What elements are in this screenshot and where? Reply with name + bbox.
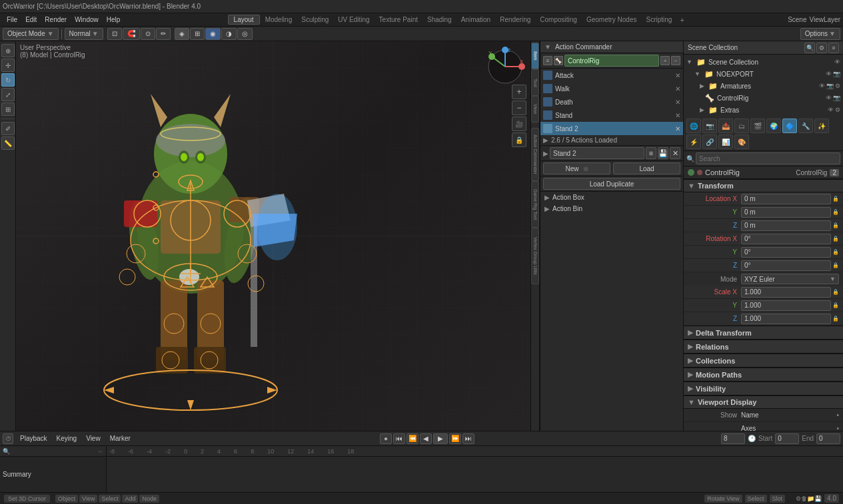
- motion-paths-header[interactable]: ▶ Motion Paths: [684, 368, 843, 381]
- action-remove-walk[interactable]: ✕: [675, 85, 680, 93]
- armatures-render-btn[interactable]: 📷: [826, 83, 834, 89]
- collection-root[interactable]: ▼ 📁 Scene Collection 👁: [684, 56, 843, 68]
- select2-btn[interactable]: Select: [745, 495, 767, 503]
- status-add-btn[interactable]: Add: [122, 495, 138, 503]
- jump-end-btn[interactable]: ⏭: [462, 433, 474, 444]
- collection-armatures[interactable]: ▶ 📁 Armatures 👁 📷 ⚙: [684, 80, 843, 92]
- step-forward-btn[interactable]: ⏩: [449, 433, 461, 444]
- rotation-y-lock-icon[interactable]: 🔒: [832, 249, 839, 255]
- zoom-out-btn[interactable]: −: [512, 101, 526, 115]
- action-remove-death[interactable]: ✕: [675, 99, 680, 106]
- tab-geometry-nodes[interactable]: Geometry Nodes: [582, 15, 641, 24]
- viewport-gizmo[interactable]: X Y Z: [485, 47, 525, 87]
- prop-scene-btn[interactable]: 🌐: [686, 119, 701, 133]
- prop-material-btn[interactable]: 🎨: [734, 134, 749, 149]
- scale-y-lock-icon[interactable]: 🔒: [832, 302, 839, 308]
- rotate-tool[interactable]: ↻: [1, 73, 15, 87]
- action-close-icon[interactable]: ✕: [670, 147, 680, 159]
- rotation-x-lock-icon[interactable]: 🔒: [832, 236, 839, 242]
- proportional-btn[interactable]: ⊙: [141, 28, 155, 40]
- location-x-field[interactable]: 0 m: [741, 194, 831, 204]
- rotation-mode-dropdown[interactable]: XYZ Euler ▼: [741, 274, 839, 284]
- step-back-btn[interactable]: ⏪: [407, 433, 419, 444]
- prop-constraints-btn[interactable]: 🔗: [702, 134, 717, 149]
- controlrig-vis-btn[interactable]: 👁: [826, 95, 832, 101]
- material-btn[interactable]: ◑: [221, 28, 237, 40]
- timeline-menu-view[interactable]: View: [83, 431, 103, 445]
- action-item-walk[interactable]: Walk ✕: [540, 82, 683, 95]
- location-x-lock-icon[interactable]: 🔒: [832, 196, 839, 202]
- properties-search-input[interactable]: [696, 152, 840, 164]
- tab-item[interactable]: Item: [531, 43, 539, 69]
- cursor-tool[interactable]: ⊕: [1, 44, 15, 57]
- prop-render-btn[interactable]: 📷: [702, 119, 717, 133]
- prop-data-btn[interactable]: 📊: [718, 134, 733, 149]
- prop-physics-btn[interactable]: ⚡: [686, 134, 701, 149]
- current-frame-input[interactable]: [721, 433, 745, 444]
- play-reverse-btn[interactable]: ◀: [420, 433, 432, 444]
- relations-header[interactable]: ▶ Relations: [684, 340, 843, 354]
- options-btn[interactable]: Options ▼: [800, 28, 840, 40]
- controlrig-render-btn[interactable]: 📷: [833, 95, 840, 101]
- rendered-btn[interactable]: ◎: [237, 28, 253, 40]
- scale-tool[interactable]: ⤢: [1, 88, 15, 101]
- scale-y-field[interactable]: 1.000: [741, 300, 831, 311]
- noexport-vis-btn[interactable]: 👁: [826, 71, 832, 77]
- start-frame-input[interactable]: [775, 433, 799, 444]
- tab-vertex-group-utils[interactable]: Vertex Group Utils: [531, 228, 539, 284]
- timeline-menu-keying[interactable]: Keying: [54, 431, 80, 445]
- armatures-vis-btn[interactable]: 👁: [819, 83, 825, 89]
- slot-btn[interactable]: Slot: [770, 495, 786, 503]
- prop-world-btn[interactable]: 🌍: [766, 119, 781, 133]
- tab-sculpting[interactable]: Sculpting: [297, 15, 333, 24]
- move-tool[interactable]: ✛: [1, 59, 15, 72]
- menu-render[interactable]: Render: [41, 16, 71, 23]
- measure-tool[interactable]: 📏: [1, 136, 15, 150]
- mode-dropdown[interactable]: Object Mode ▼: [3, 28, 59, 40]
- collection-extras[interactable]: ▶ 📁 Extras 👁 ⚙: [684, 104, 843, 116]
- prop-output-btn[interactable]: 📤: [718, 119, 733, 133]
- tab-shading[interactable]: Shading: [423, 15, 456, 24]
- action-item-attack[interactable]: Attack ✕: [540, 69, 683, 82]
- zoom-in-btn[interactable]: +: [512, 85, 526, 99]
- rotate-view-btn[interactable]: Rotate View: [704, 495, 742, 503]
- tab-compositing[interactable]: Compositing: [536, 15, 581, 24]
- current-action-name-field[interactable]: Stand 2: [550, 147, 644, 159]
- tab-animation[interactable]: Animation: [457, 15, 494, 24]
- viewport-shading-dropdown[interactable]: Normal ▼: [65, 28, 103, 40]
- annotate-btn[interactable]: ✏: [156, 28, 171, 40]
- rig-remove-icon[interactable]: −: [671, 56, 680, 65]
- status-node-btn[interactable]: Node: [139, 495, 159, 503]
- action-remove-attack[interactable]: ✕: [675, 72, 680, 79]
- location-z-lock-icon[interactable]: 🔒: [832, 222, 839, 228]
- timeline-icon-btn[interactable]: ⏱: [3, 433, 13, 444]
- tab-view[interactable]: View: [531, 96, 539, 123]
- prop-particles-btn[interactable]: ✨: [814, 119, 829, 133]
- rotation-x-field[interactable]: 0°: [741, 234, 831, 244]
- noexport-render-btn[interactable]: 📷: [833, 71, 840, 77]
- tab-scripting[interactable]: Scripting: [642, 15, 676, 24]
- scale-x-field[interactable]: 1.000: [741, 287, 831, 298]
- location-z-field[interactable]: 0 m: [741, 220, 831, 231]
- rig-list-icon[interactable]: ≡: [543, 56, 552, 65]
- rig-add-icon[interactable]: +: [660, 56, 670, 65]
- tab-layout[interactable]: Layout: [228, 15, 260, 25]
- solid-btn[interactable]: ◉: [205, 28, 221, 40]
- menu-edit[interactable]: Edit: [21, 16, 41, 23]
- status-object-btn[interactable]: Object: [55, 495, 78, 503]
- rotation-z-lock-icon[interactable]: 🔒: [832, 262, 839, 268]
- tab-tool[interactable]: Tool: [531, 69, 539, 96]
- prop-object-btn[interactable]: 🔷: [782, 119, 797, 133]
- scale-z-lock-icon[interactable]: 🔒: [832, 316, 839, 322]
- timeline-menu-playback[interactable]: Playback: [17, 431, 50, 445]
- autokey-btn[interactable]: ●: [380, 433, 392, 444]
- load-duplicate-btn[interactable]: Load Duplicate: [543, 178, 680, 190]
- outliner-more-btn[interactable]: ⚙: [816, 43, 827, 53]
- prop-scene2-btn[interactable]: 🎬: [750, 119, 765, 133]
- transform-pivot-btn[interactable]: ⊡: [107, 28, 122, 40]
- timeline-expand-icon[interactable]: ↔: [97, 448, 103, 455]
- collections-header[interactable]: ▶ Collections: [684, 354, 843, 368]
- tab-action-commander[interactable]: Action Commander: [531, 128, 539, 181]
- tab-modeling[interactable]: Modeling: [261, 15, 297, 24]
- rotation-z-field[interactable]: 0°: [741, 260, 831, 271]
